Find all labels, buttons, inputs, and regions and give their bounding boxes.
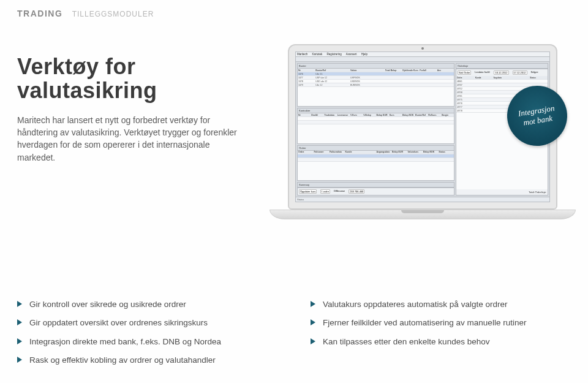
cell: 49737 [457, 84, 474, 86]
breadcrumb-main: TRADING [17, 9, 62, 18]
cell: 49761 [457, 95, 474, 97]
panel-title-bunter: Bunter [298, 64, 454, 69]
column-header: Kurs [390, 114, 401, 116]
menu-item: Maritech [297, 53, 307, 56]
column-header: Ordre [298, 151, 312, 153]
column-header: Beløp EUR [376, 114, 388, 116]
column-header: DealId [311, 114, 323, 116]
laptop-camera [421, 47, 424, 50]
feature-columns: Gir kontroll over sikrede og usikrede or… [17, 295, 571, 370]
column-header: Nr [298, 114, 310, 116]
summary-label: Differanse [334, 189, 345, 194]
summary-btn: I ordre [320, 189, 330, 194]
summary-bar: Oppdater kurs I ordre Differanse 233 706… [298, 188, 454, 195]
app-toolbar [296, 57, 549, 62]
column-header: Beløp NOK [402, 114, 414, 116]
summary-value: 233 706.460 [349, 189, 364, 194]
filter-label: Levdato fra/til: [475, 70, 490, 75]
column-header: Total Beløp [385, 69, 401, 72]
filter-val: 10.12.2012 [494, 70, 508, 75]
column-header: Fakturadato [330, 151, 344, 153]
column-header: Status [530, 77, 547, 79]
column-header: V.Kurs [350, 114, 362, 116]
column-header: Beløp NOK [423, 151, 437, 153]
feature-item: Valutakurs oppdateres automatisk på valg… [311, 295, 571, 314]
feature-item: Fjerner feilkilder ved automatisering av… [311, 314, 571, 332]
ordrelinje-filters: Søk Ordre Levdato fra/til: 10.12.2012 17… [456, 69, 548, 76]
column-header: Valuta [350, 69, 366, 72]
cell: EUR/NOK [350, 84, 366, 86]
table-row [298, 121, 454, 124]
cell: USP/NOK [350, 77, 366, 79]
summary-btn: Oppdater kurs [299, 189, 317, 194]
kontrakter-grid: NrDealIdTradedatoLeveranseV.KursV.BeløpB… [298, 113, 454, 143]
cell: 49776 [457, 102, 474, 105]
column-header: Valutakurs [407, 151, 421, 153]
page-title: Verktøy for valutasikring [17, 55, 250, 103]
panel-title-summary: Summary [298, 183, 454, 188]
column-header: Ordre [457, 77, 474, 79]
cell: 1078 [298, 80, 314, 83]
cell: USP uke 12 [315, 77, 331, 79]
cell: 48961 [457, 80, 474, 83]
column-header: Gjeldende Kurs [402, 69, 418, 72]
column-header: Avg.dato [494, 77, 511, 79]
column-header: V.Beløp [363, 114, 375, 116]
column-header: Beløp EUR [392, 151, 406, 153]
panel-title-ordrer: Ordrer [298, 146, 454, 151]
cell: USD uke 12 [315, 80, 331, 83]
feature-item: Integrasjon direkte med bank, f.eks. DNB… [17, 333, 277, 351]
column-header: Kunde [345, 151, 359, 153]
cell: 1079 [298, 84, 314, 86]
column-header: Kunde [475, 77, 492, 79]
feature-item: Gir kontroll over sikrede og usikrede or… [17, 295, 277, 314]
panel-title-kontrakter: Kontrakter [298, 108, 454, 113]
cell: 49752 [457, 88, 474, 90]
cell: 49778 [457, 110, 474, 112]
column-header: Status [439, 151, 453, 153]
intro-text: Maritech har lansert et nytt og forbedre… [17, 114, 250, 164]
app-menubar: Maritech Kartotek Registrering Avansert … [296, 52, 549, 57]
feature-list-left: Gir kontroll over sikrede og usikrede or… [17, 295, 277, 370]
menu-item: Avansert [346, 53, 357, 56]
column-header: Refkurs [428, 114, 440, 116]
column-header: Tradedato [324, 114, 336, 116]
cell: 49775 [457, 99, 474, 101]
table-row [298, 158, 454, 162]
column-header: Nr [298, 69, 314, 72]
column-header: Leveranse [337, 114, 349, 116]
ordrelinje-total: Totalt Ordrelinje: [456, 189, 548, 195]
column-header: Avgangsdato [376, 151, 390, 153]
cell: 49777 [457, 106, 474, 108]
column-header: BunterRef [315, 69, 331, 72]
cell: USD/NOK [350, 80, 366, 83]
column-header: Fakturanr [314, 151, 328, 153]
filter-btn: Søk Ordre [458, 70, 471, 75]
menu-item: Kartotek [312, 53, 323, 56]
table-row: 1079Uke 12EUR/NOK [298, 83, 454, 87]
feature-item: Kan tilpasses etter den enkelte kundes b… [311, 333, 571, 351]
filter-label: Selger: [531, 70, 539, 75]
feature-item: Rask og effektiv kobling av ordrer og va… [17, 351, 277, 370]
menu-item: Registrering [327, 53, 342, 56]
filter-val: 17.12.2012 [513, 70, 527, 75]
breadcrumb-sub: TILLEGGSMODULER [72, 10, 154, 18]
cell: 1076 [298, 73, 314, 75]
column-header: Forfall [420, 69, 435, 72]
total-label: Totalt Ordrelinje: [529, 191, 546, 194]
cell: Uke 15 [315, 73, 331, 75]
column-header: Margin [442, 114, 453, 116]
feature-list-right: Valutakurs oppdateres automatisk på valg… [311, 295, 571, 370]
cell: Uke 12 [315, 84, 331, 86]
panel-title-ordrelinje: Ordrelinje [456, 64, 548, 69]
ordrer-grid: OrdreFakturanrFakturadatoKundeAvgangsdat… [298, 151, 454, 180]
app-statusbar: Status [296, 197, 549, 202]
feature-item: Gir oppdatert oversikt over ordrenes sik… [17, 314, 277, 332]
breadcrumb: TRADING TILLEGGSMODULER [17, 9, 154, 18]
menu-item: Hjelp [361, 53, 368, 56]
bunter-grid: NrBunterRefValutaTotal BeløpGjeldende Ku… [298, 69, 454, 106]
cell: 1077 [298, 77, 314, 79]
column-header: Avv [437, 69, 453, 72]
column-header: BunterRef [415, 114, 427, 116]
cell: 49758 [457, 91, 474, 94]
